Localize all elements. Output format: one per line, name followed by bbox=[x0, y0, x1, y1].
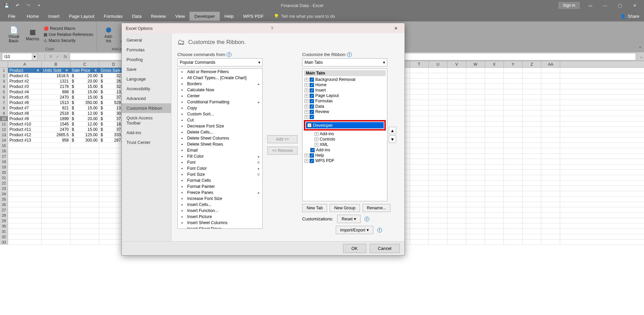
cell[interactable] bbox=[429, 218, 447, 223]
share-button[interactable]: 👤 Share bbox=[620, 14, 639, 19]
expand-icon[interactable]: + bbox=[305, 154, 308, 157]
cell[interactable] bbox=[447, 116, 466, 121]
cell[interactable] bbox=[410, 121, 429, 126]
cell[interactable] bbox=[42, 191, 70, 196]
new-group-button[interactable]: New Group bbox=[330, 204, 360, 212]
cell[interactable] bbox=[447, 218, 466, 223]
cell[interactable] bbox=[466, 143, 485, 148]
cell[interactable] bbox=[410, 191, 429, 196]
cell[interactable] bbox=[70, 154, 99, 159]
cell[interactable] bbox=[466, 180, 485, 186]
cell[interactable] bbox=[42, 143, 70, 148]
cell[interactable] bbox=[42, 213, 70, 218]
cell[interactable] bbox=[504, 218, 523, 223]
cell[interactable]: Product #11 bbox=[8, 127, 42, 132]
expand-icon[interactable]: + bbox=[315, 138, 318, 141]
cell[interactable] bbox=[485, 202, 504, 207]
cell[interactable] bbox=[447, 186, 466, 191]
cell[interactable] bbox=[485, 121, 504, 126]
cell[interactable] bbox=[466, 84, 485, 89]
tab-pagelayout[interactable]: Page Layout bbox=[64, 12, 99, 21]
row-header-1[interactable]: 1 bbox=[0, 68, 8, 73]
command-item[interactable]: ▪Font⎘ bbox=[178, 159, 262, 165]
collapse-ribbon-icon[interactable]: ⌃ bbox=[638, 46, 642, 51]
cell[interactable] bbox=[70, 164, 99, 169]
cell[interactable] bbox=[466, 202, 485, 207]
cell[interactable]: 958 bbox=[42, 138, 70, 143]
row-header-10[interactable]: 10 bbox=[0, 116, 8, 121]
command-item[interactable]: ▪Delete Sheet Rows bbox=[178, 141, 262, 147]
cell[interactable] bbox=[8, 218, 42, 223]
tree-item[interactable]: +✓Insert bbox=[304, 88, 386, 93]
cell[interactable] bbox=[466, 240, 485, 245]
cell[interactable] bbox=[466, 78, 485, 84]
command-item[interactable]: ▪Custom Sort... bbox=[178, 111, 262, 117]
tab-wpspdf[interactable]: WPS PDF bbox=[238, 12, 269, 21]
signin-button[interactable]: Sign in bbox=[558, 2, 580, 9]
cell[interactable] bbox=[410, 186, 429, 191]
cell[interactable] bbox=[504, 202, 523, 207]
cell[interactable] bbox=[70, 159, 99, 164]
command-item[interactable]: ▪Decrease Font Size bbox=[178, 123, 262, 129]
cell[interactable] bbox=[485, 191, 504, 196]
cell[interactable] bbox=[485, 159, 504, 164]
cell[interactable] bbox=[410, 240, 429, 245]
nav-item-general[interactable]: General bbox=[122, 35, 171, 45]
cell[interactable] bbox=[523, 202, 541, 207]
cell[interactable] bbox=[447, 84, 466, 89]
cell[interactable] bbox=[410, 132, 429, 137]
command-item[interactable]: ▪Font Color▸ bbox=[178, 165, 262, 171]
cell[interactable] bbox=[447, 180, 466, 186]
cell[interactable] bbox=[541, 121, 560, 126]
cell[interactable] bbox=[504, 116, 523, 121]
info-icon[interactable]: i bbox=[227, 52, 231, 57]
cell[interactable] bbox=[429, 229, 447, 234]
checkbox-icon[interactable]: ✓ bbox=[310, 110, 314, 114]
cell[interactable] bbox=[8, 240, 42, 245]
command-item[interactable]: ▪Insert Sheet Rows bbox=[178, 226, 262, 229]
command-item[interactable]: ▪Format Painter bbox=[178, 183, 262, 190]
cell[interactable] bbox=[466, 111, 485, 116]
cell[interactable] bbox=[541, 234, 560, 239]
cell[interactable] bbox=[541, 84, 560, 89]
tree-subitem[interactable]: +Add-ins bbox=[314, 131, 386, 137]
cell[interactable] bbox=[485, 89, 504, 94]
customize-ribbon-select[interactable]: Main Tabs▾ bbox=[302, 58, 387, 66]
command-item[interactable]: ▪Delete Sheet Columns bbox=[178, 135, 262, 141]
col-header-U[interactable]: U bbox=[429, 61, 447, 67]
cell[interactable] bbox=[70, 175, 99, 180]
cell[interactable] bbox=[504, 68, 523, 73]
cell[interactable] bbox=[70, 213, 99, 218]
cell[interactable] bbox=[466, 127, 485, 132]
cell[interactable] bbox=[447, 213, 466, 218]
cell[interactable]: 888 bbox=[42, 89, 70, 94]
col-header-X[interactable]: X bbox=[485, 61, 504, 67]
nav-item-customize ribbon[interactable]: Customize Ribbon bbox=[122, 103, 171, 113]
cell[interactable] bbox=[42, 154, 70, 159]
cell[interactable] bbox=[466, 132, 485, 137]
cell[interactable] bbox=[447, 234, 466, 239]
cell[interactable] bbox=[504, 138, 523, 143]
cell[interactable] bbox=[410, 213, 429, 218]
cell[interactable] bbox=[523, 159, 541, 164]
expand-icon[interactable]: + bbox=[305, 105, 308, 108]
cell[interactable] bbox=[429, 202, 447, 207]
cell[interactable] bbox=[485, 100, 504, 105]
cell[interactable] bbox=[541, 100, 560, 105]
tree-item[interactable]: +✓Data bbox=[304, 104, 386, 109]
cell[interactable] bbox=[410, 100, 429, 105]
filter-icon[interactable]: ▾ bbox=[94, 68, 98, 72]
row-header-16[interactable]: 16 bbox=[0, 148, 8, 153]
relative-refs-button[interactable]: ▦Use Relative References bbox=[43, 32, 94, 37]
cell[interactable] bbox=[8, 154, 42, 159]
cell[interactable] bbox=[70, 223, 99, 228]
cell[interactable] bbox=[429, 95, 447, 100]
col-header-W[interactable]: W bbox=[466, 61, 485, 67]
cell[interactable] bbox=[70, 191, 99, 196]
command-item[interactable]: ▪Add or Remove Filters bbox=[178, 69, 262, 75]
cell[interactable] bbox=[410, 207, 429, 212]
nav-item-add-ins[interactable]: Add-ins bbox=[122, 128, 171, 138]
cell[interactable] bbox=[410, 78, 429, 84]
row-header-27[interactable]: 27 bbox=[0, 207, 8, 212]
col-header-V[interactable]: V bbox=[447, 61, 466, 67]
